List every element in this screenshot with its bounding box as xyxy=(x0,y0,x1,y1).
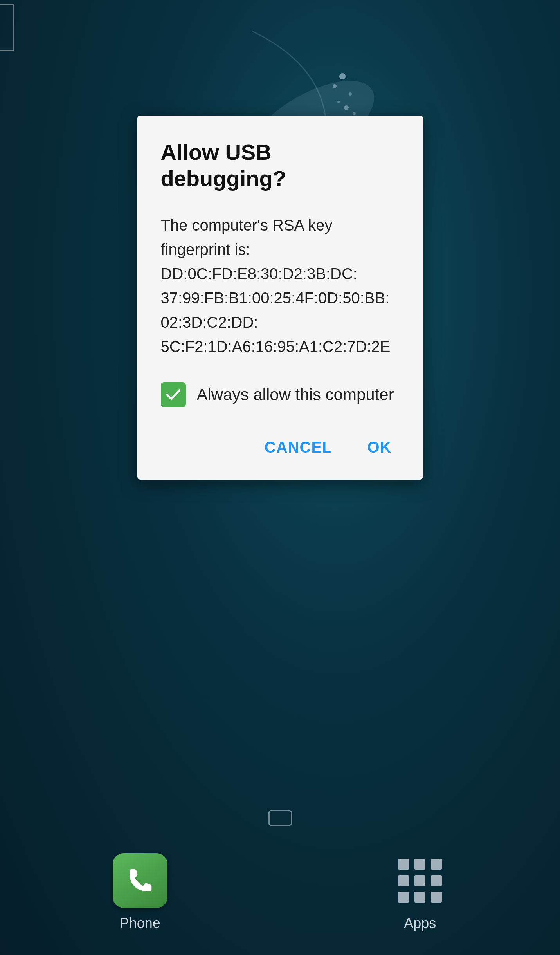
cancel-button[interactable]: CANCEL xyxy=(257,435,340,460)
ok-button[interactable]: OK xyxy=(360,435,400,460)
usb-debug-dialog: Allow USB debugging? The computer's RSA … xyxy=(137,116,423,480)
always-allow-checkbox[interactable] xyxy=(161,382,186,407)
dialog-buttons: CANCEL OK xyxy=(161,435,400,460)
dialog-body: The computer's RSA key fingerprint is: D… xyxy=(161,213,400,359)
dialog-title: Allow USB debugging? xyxy=(161,139,400,191)
dialog-overlay: Allow USB debugging? The computer's RSA … xyxy=(0,0,560,955)
always-allow-row[interactable]: Always allow this computer xyxy=(161,382,400,407)
always-allow-label: Always allow this computer xyxy=(197,385,394,404)
checkmark-icon xyxy=(165,386,182,403)
